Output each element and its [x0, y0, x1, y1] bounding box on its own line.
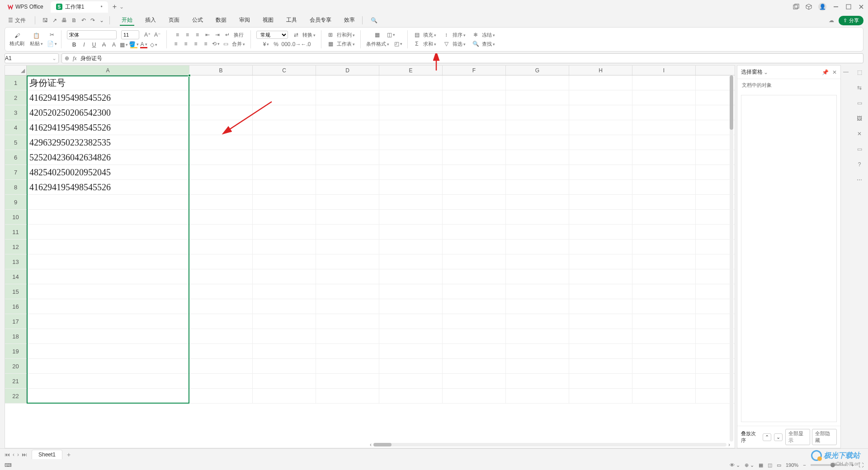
cell-A16[interactable]: [27, 299, 189, 314]
cell-I14[interactable]: [632, 269, 696, 284]
cell-D16[interactable]: [316, 299, 379, 314]
cell-F6[interactable]: [443, 150, 506, 164]
cell-H2[interactable]: [569, 90, 632, 105]
rail-image-icon[interactable]: 🖼: [855, 114, 864, 123]
cell-C4[interactable]: [253, 120, 316, 135]
cell-H13[interactable]: [569, 254, 632, 269]
cell-D14[interactable]: [316, 269, 379, 284]
typography-icon[interactable]: A: [110, 41, 118, 48]
fill-label[interactable]: 填充: [423, 32, 436, 38]
cell-F22[interactable]: [443, 389, 506, 403]
cell-C10[interactable]: [253, 210, 316, 224]
cell-D2[interactable]: [316, 90, 379, 105]
move-up-icon[interactable]: ⌃: [763, 433, 771, 441]
add-sheet-button[interactable]: +: [67, 451, 71, 458]
rowcol-icon[interactable]: ⊞: [327, 31, 334, 38]
show-all-button[interactable]: 全部显示: [785, 429, 810, 445]
cell-G5[interactable]: [506, 135, 569, 150]
cell-C21[interactable]: [253, 374, 316, 388]
cell-D12[interactable]: [316, 240, 379, 254]
sum-icon[interactable]: Σ: [413, 40, 420, 47]
print-preview-icon[interactable]: 🗎: [71, 17, 77, 24]
cell-I13[interactable]: [632, 254, 696, 269]
cell-B5[interactable]: [189, 135, 253, 150]
cell-A19[interactable]: [27, 344, 189, 358]
cell-B17[interactable]: [189, 314, 253, 329]
font-name-combo[interactable]: [67, 30, 117, 39]
row-header[interactable]: 14: [5, 269, 27, 284]
menu-insert[interactable]: 插入: [143, 15, 158, 26]
cell-E18[interactable]: [379, 329, 443, 343]
column-header-C[interactable]: C: [253, 66, 316, 75]
fill-color-icon[interactable]: 🪣: [130, 41, 137, 48]
eye-icon[interactable]: 👁 ⌄: [730, 462, 740, 468]
cell-B18[interactable]: [189, 329, 253, 343]
strikethrough-icon[interactable]: A: [100, 41, 108, 48]
wrap-text-icon[interactable]: ↵: [224, 31, 231, 38]
cell-B4[interactable]: [189, 120, 253, 135]
cell-I3[interactable]: [632, 105, 696, 120]
cell-I1[interactable]: [632, 75, 696, 90]
cell-G2[interactable]: [506, 90, 569, 105]
convert-label[interactable]: 转换: [302, 32, 316, 38]
merge-icon[interactable]: ▭: [222, 40, 229, 47]
cell-H22[interactable]: [569, 389, 632, 403]
cell-I7[interactable]: [632, 165, 696, 179]
cell-C19[interactable]: [253, 344, 316, 358]
cell-E22[interactable]: [379, 389, 443, 403]
cell-A3[interactable]: 420520250206542300: [27, 105, 189, 120]
multi-window-icon[interactable]: [793, 4, 799, 10]
cell-C11[interactable]: [253, 225, 316, 239]
cell-C20[interactable]: [253, 359, 316, 373]
cell-B2[interactable]: [189, 90, 253, 105]
cell-C1[interactable]: [253, 75, 316, 90]
cell-G21[interactable]: [506, 374, 569, 388]
convert-icon[interactable]: ⇄: [292, 31, 300, 38]
cell-B10[interactable]: [189, 210, 253, 224]
cell-F14[interactable]: [443, 269, 506, 284]
row-header[interactable]: 17: [5, 314, 27, 329]
share-button[interactable]: ⇪ 分享: [839, 16, 863, 25]
align-center-icon[interactable]: ≡: [182, 40, 189, 47]
row-header[interactable]: 9: [5, 195, 27, 209]
cell-B11[interactable]: [189, 225, 253, 239]
pin-icon[interactable]: 📌: [822, 69, 829, 75]
column-header-H[interactable]: H: [569, 66, 632, 75]
export-icon[interactable]: ↗: [52, 17, 57, 24]
zoom-level[interactable]: 190%: [786, 462, 798, 468]
cell-F20[interactable]: [443, 359, 506, 373]
cell-E15[interactable]: [379, 284, 443, 299]
cell-G4[interactable]: [506, 120, 569, 135]
zoom-out-icon[interactable]: −: [803, 462, 806, 468]
cell-A21[interactable]: [27, 374, 189, 388]
orientation-icon[interactable]: ⟲: [212, 40, 219, 47]
minimize-icon[interactable]: [833, 4, 839, 10]
cell-H21[interactable]: [569, 374, 632, 388]
cell-I21[interactable]: [632, 374, 696, 388]
cell-F19[interactable]: [443, 344, 506, 358]
cell-F16[interactable]: [443, 299, 506, 314]
menu-tools[interactable]: 工具: [284, 15, 299, 26]
close-icon[interactable]: [858, 4, 864, 10]
grid-settings-icon[interactable]: ⊕ ⌄: [745, 462, 754, 468]
cell-A6[interactable]: 525204236042634826: [27, 150, 189, 164]
row-header[interactable]: 15: [5, 284, 27, 299]
cell-E1[interactable]: [379, 75, 443, 90]
cell-D6[interactable]: [316, 150, 379, 164]
cell-D13[interactable]: [316, 254, 379, 269]
row-header[interactable]: 5: [5, 135, 27, 150]
align-bottom-icon[interactable]: ≡: [194, 31, 201, 38]
cell-G12[interactable]: [506, 240, 569, 254]
cell-E3[interactable]: [379, 105, 443, 120]
row-header[interactable]: 16: [5, 299, 27, 314]
chevron-down-icon[interactable]: ⌄: [764, 69, 768, 75]
row-header[interactable]: 8: [5, 180, 27, 194]
cell-D19[interactable]: [316, 344, 379, 358]
close-panel-icon[interactable]: ✕: [832, 69, 837, 75]
cell-F18[interactable]: [443, 329, 506, 343]
row-header[interactable]: 20: [5, 359, 27, 373]
save-icon[interactable]: 🖫: [42, 17, 48, 24]
column-header-E[interactable]: E: [379, 66, 443, 75]
cell-B7[interactable]: [189, 165, 253, 179]
cell-D18[interactable]: [316, 329, 379, 343]
